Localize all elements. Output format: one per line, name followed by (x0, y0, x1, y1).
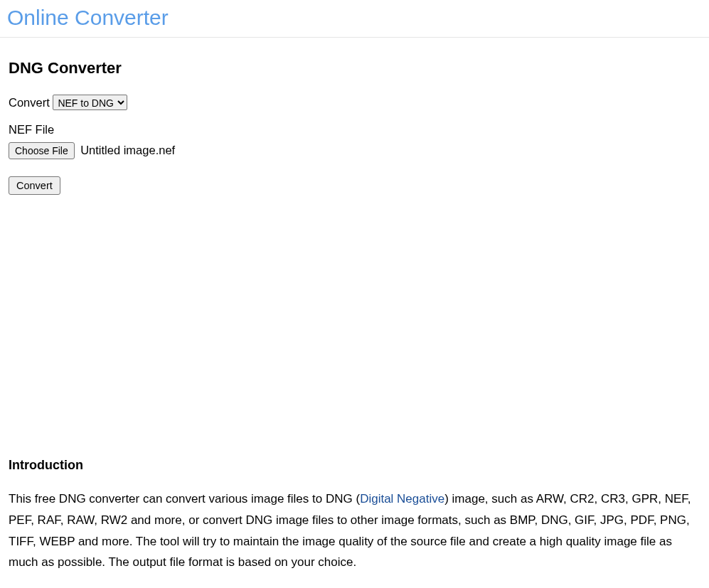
file-section-label: NEF File (9, 123, 700, 137)
digital-negative-link[interactable]: Digital Negative (360, 492, 444, 506)
content-spacer (9, 195, 700, 458)
choose-file-button[interactable]: Choose File (9, 142, 75, 159)
introduction-heading: Introduction (9, 458, 700, 473)
file-input-row: Choose File Untitled image.nef (9, 142, 700, 159)
convert-type-select[interactable]: NEF to DNG (53, 95, 127, 110)
site-title-link[interactable]: Online Converter (7, 6, 169, 29)
convert-button[interactable]: Convert (9, 176, 60, 195)
page-header: Online Converter (0, 0, 709, 38)
convert-label: Convert (9, 96, 50, 109)
main-content: DNG Converter Convert NEF to DNG NEF Fil… (0, 38, 709, 587)
page-title: DNG Converter (9, 59, 700, 77)
introduction-text: This free DNG converter can convert vari… (9, 488, 700, 573)
intro-text-before: This free DNG converter can convert vari… (9, 492, 360, 506)
selected-file-name: Untitled image.nef (80, 144, 175, 156)
convert-row: Convert NEF to DNG (9, 95, 700, 110)
